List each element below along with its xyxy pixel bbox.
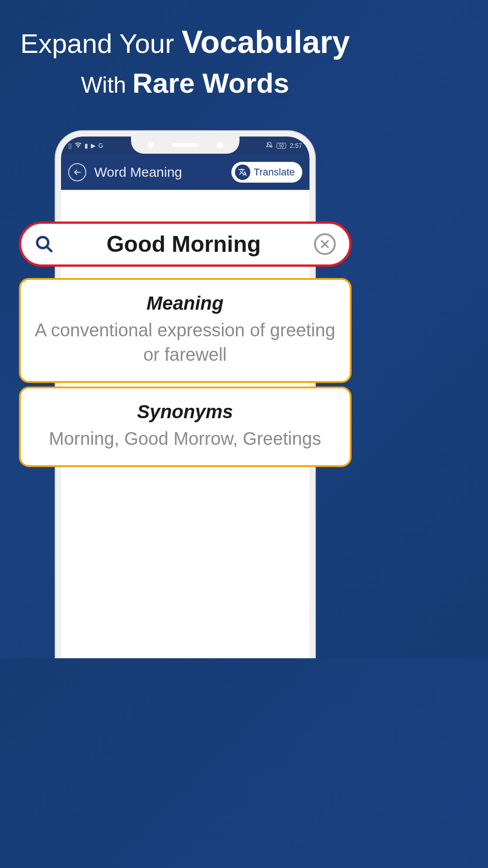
- back-button[interactable]: [68, 163, 86, 181]
- meaning-title: Meaning: [34, 292, 336, 314]
- search-bar[interactable]: Good Morning: [19, 222, 352, 267]
- google-icon: G: [99, 142, 103, 149]
- translate-label: Translate: [254, 166, 295, 178]
- synonyms-title: Synonyms: [34, 401, 336, 423]
- arrow-left-icon: [73, 168, 82, 177]
- page-title: Word Meaning: [94, 165, 223, 180]
- synonyms-text: Morning, Good Morrow, Greetings: [34, 426, 336, 451]
- headline-bold-1: Vocabulary: [182, 24, 350, 60]
- app-bar: Word Meaning Translate: [61, 155, 310, 190]
- headline-bold-2: Rare Words: [132, 67, 289, 99]
- phone-notch: [131, 137, 239, 154]
- mute-icon: [266, 142, 273, 150]
- status-time: 2:57: [290, 142, 302, 149]
- headline-text-2: With: [81, 72, 126, 98]
- headline-text-1: Expand Your: [20, 28, 174, 59]
- synonyms-card: Synonyms Morning, Good Morrow, Greetings: [19, 387, 352, 467]
- meaning-card: Meaning A conventional expression of gre…: [19, 278, 352, 383]
- promo-headline: Expand Your Vocabulary With Rare Words: [0, 0, 370, 99]
- wifi-icon: [75, 142, 82, 150]
- search-icon: [35, 235, 54, 254]
- meaning-text: A conventional expression of greeting or…: [34, 318, 336, 367]
- svg-line-2: [47, 246, 52, 251]
- search-query: Good Morning: [63, 231, 305, 257]
- translate-icon: [238, 168, 247, 177]
- sim-icon: ▯: [68, 142, 72, 149]
- battery-indicator: 50: [277, 143, 286, 149]
- info-icon: ▮: [84, 142, 88, 149]
- youtube-icon: ▶: [91, 142, 96, 149]
- close-icon: [319, 239, 330, 250]
- clear-search-button[interactable]: [314, 233, 336, 255]
- translate-button[interactable]: Translate: [231, 162, 302, 183]
